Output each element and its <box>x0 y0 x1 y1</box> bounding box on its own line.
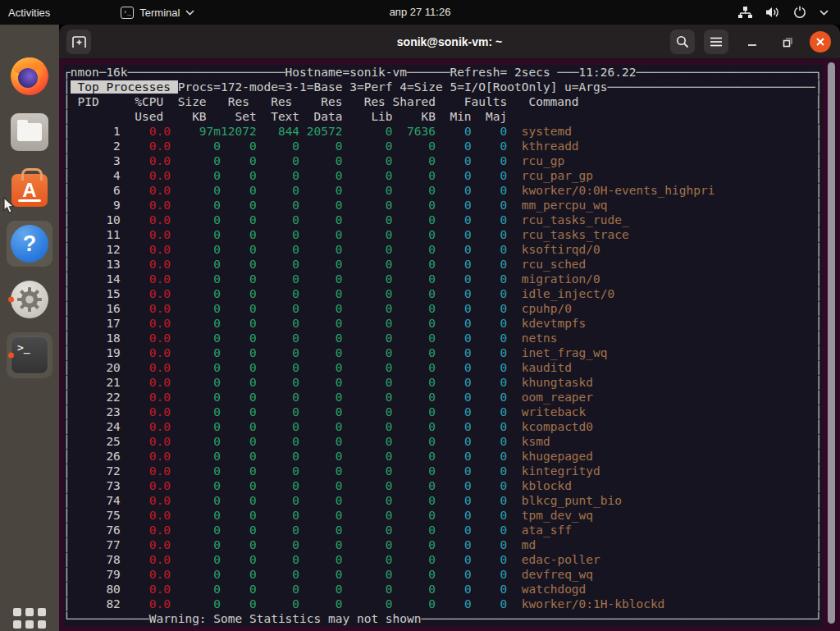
terminal-window: sonik@sonik-vm: ~ <box>59 25 840 631</box>
dock-item-help[interactable]: ? <box>7 221 52 267</box>
process-row: │ 11 0.0 0 0 0 0 0 0 0 0 rcu_tasks_trace… <box>63 227 822 242</box>
process-row: │ 9 0.0 0 0 0 0 0 0 0 0 mm_percpu_wq │ <box>63 198 822 213</box>
dock-item-terminal[interactable]: >_ <box>7 332 52 378</box>
process-row: │ 17 0.0 0 0 0 0 0 0 0 0 kdevtmpfs │ <box>63 316 822 331</box>
process-row: │ 3 0.0 0 0 0 0 0 0 0 0 rcu_gp │ <box>63 153 822 168</box>
nmon-title-row: ┌nmon─16k──────────────────────Hostname=… <box>63 65 822 80</box>
restore-button[interactable] <box>775 30 800 54</box>
process-row: │ 26 0.0 0 0 0 0 0 0 0 0 khugepaged │ <box>63 449 822 464</box>
menu-button[interactable] <box>704 30 728 54</box>
dock-item-files[interactable] <box>7 109 52 155</box>
column-header-row: │ PID %CPU Size Res Res Res Res Shared F… <box>63 94 822 109</box>
terminal-app-icon: ›_ <box>121 7 134 19</box>
process-row: │ 15 0.0 0 0 0 0 0 0 0 0 idle_inject/0 │ <box>63 286 822 301</box>
dock-item-settings[interactable] <box>7 277 52 322</box>
show-applications-icon <box>13 608 46 631</box>
app-menu-button[interactable]: ›_ Terminal <box>114 0 201 25</box>
process-row: │ 2 0.0 0 0 0 0 0 0 0 0 kthreadd │ <box>63 139 822 153</box>
show-applications-button[interactable] <box>7 601 52 631</box>
process-row: │ 73 0.0 0 0 0 0 0 0 0 0 kblockd │ <box>63 478 822 493</box>
process-row: │ 82 0.0 0 0 0 0 0 0 0 0 kworker/0:1H-kb… <box>63 597 822 611</box>
close-icon <box>815 37 825 47</box>
process-row: │ 23 0.0 0 0 0 0 0 0 0 0 writeback │ <box>63 405 822 419</box>
gear-icon <box>11 281 48 318</box>
column-header-row: │ Used KB Set Text Data Lib KB Min Maj │ <box>63 109 822 124</box>
chevron-down-icon <box>185 10 194 16</box>
hamburger-menu-icon <box>710 37 722 47</box>
process-row: │ 1 0.0 97m12072 844 20572 0 7636 0 0 sy… <box>63 124 822 139</box>
process-row: │ 80 0.0 0 0 0 0 0 0 0 0 watchdogd │ <box>63 582 822 597</box>
warning-row: └───────────Warning: Some Statistics may… <box>63 611 822 626</box>
process-row: │ 18 0.0 0 0 0 0 0 0 0 0 netns │ <box>63 331 822 345</box>
search-button[interactable] <box>670 30 695 54</box>
process-row: │ 4 0.0 0 0 0 0 0 0 0 0 rcu_par_gp │ <box>63 168 822 183</box>
process-row: │ 74 0.0 0 0 0 0 0 0 0 0 blkcg_punt_bio … <box>63 493 822 508</box>
scrollbar[interactable] <box>828 62 835 624</box>
activities-label: Activities <box>8 7 50 19</box>
process-row: │ 79 0.0 0 0 0 0 0 0 0 0 devfreq_wq │ <box>63 567 822 582</box>
nmon-section-row: │ Top Processes Procs=172-mode=3-1=Base … <box>63 80 822 94</box>
process-row: │ 25 0.0 0 0 0 0 0 0 0 0 ksmd │ <box>63 434 822 449</box>
process-row: │ 77 0.0 0 0 0 0 0 0 0 0 md │ <box>63 537 822 552</box>
process-row: │ 20 0.0 0 0 0 0 0 0 0 0 kauditd │ <box>63 360 822 375</box>
search-icon <box>676 35 689 48</box>
terminal-output[interactable]: ┌nmon─16k──────────────────────Hostname=… <box>63 65 822 626</box>
running-indicator-dot <box>8 297 14 303</box>
power-icon <box>793 6 806 19</box>
process-row: │ 12 0.0 0 0 0 0 0 0 0 0 ksoftirqd/0 │ <box>63 242 822 257</box>
activities-button[interactable]: Activities <box>0 0 65 25</box>
help-icon: ? <box>11 225 48 263</box>
mouse-cursor <box>3 197 16 214</box>
process-row: │ 10 0.0 0 0 0 0 0 0 0 0 rcu_tasks_rude_… <box>63 213 822 227</box>
process-row: │ 72 0.0 0 0 0 0 0 0 0 0 kintegrityd │ <box>63 464 822 478</box>
process-row: │ 13 0.0 0 0 0 0 0 0 0 0 rcu_sched │ <box>63 257 822 272</box>
restore-icon <box>782 36 794 48</box>
minimize-button[interactable] <box>740 30 765 54</box>
process-row: │ 22 0.0 0 0 0 0 0 0 0 0 oom_reaper │ <box>63 390 822 405</box>
process-row: │ 75 0.0 0 0 0 0 0 0 0 0 tpm_dev_wq │ <box>63 508 822 523</box>
running-indicator-dot <box>8 353 14 359</box>
minimize-icon <box>746 36 758 48</box>
files-icon <box>11 113 48 151</box>
process-row: │ 21 0.0 0 0 0 0 0 0 0 0 khungtaskd │ <box>63 375 822 390</box>
chevron-down-icon <box>819 10 829 16</box>
terminal-viewport: ┌nmon─16k──────────────────────Hostname=… <box>59 59 840 631</box>
dock-item-firefox[interactable] <box>7 53 52 99</box>
process-row: │ 76 0.0 0 0 0 0 0 0 0 0 ata_sff │ <box>63 523 822 537</box>
system-status-area[interactable] <box>738 0 840 25</box>
process-row: │ 24 0.0 0 0 0 0 0 0 0 0 kcompactd0 │ <box>63 419 822 434</box>
headerbar: sonik@sonik-vm: ~ <box>59 25 840 59</box>
terminal-icon: >_ <box>11 336 48 374</box>
process-row: │ 6 0.0 0 0 0 0 0 0 0 0 kworker/0:0H-eve… <box>63 183 822 198</box>
volume-icon <box>765 6 780 19</box>
app-menu-label: Terminal <box>139 7 180 19</box>
dock: A ? >_ <box>0 25 59 631</box>
close-button[interactable] <box>810 31 831 53</box>
network-wired-icon <box>738 6 752 19</box>
top-bar: Activities ›_ Terminal апр 27 11:26 <box>0 0 840 25</box>
process-row: │ 19 0.0 0 0 0 0 0 0 0 0 inet_frag_wq │ <box>63 345 822 360</box>
ubuntu-software-icon: A <box>11 174 48 207</box>
process-row: │ 78 0.0 0 0 0 0 0 0 0 0 edac-poller │ <box>63 552 822 567</box>
process-row: │ 16 0.0 0 0 0 0 0 0 0 0 cpuhp/0 │ <box>63 301 822 316</box>
firefox-icon <box>11 57 48 95</box>
process-row: │ 14 0.0 0 0 0 0 0 0 0 0 migration/0 │ <box>63 272 822 286</box>
